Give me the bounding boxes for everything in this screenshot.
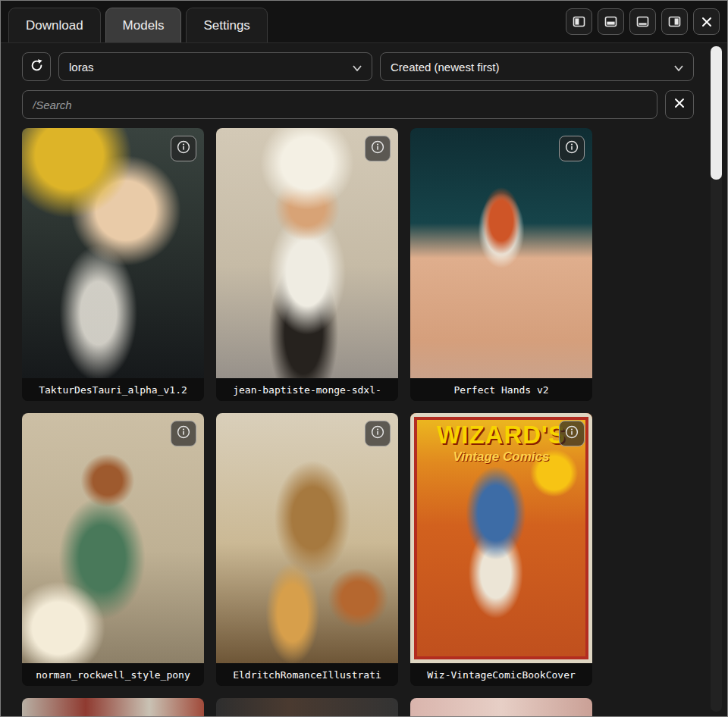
model-card[interactable]: Perfect Hands v2	[410, 128, 592, 401]
clear-icon	[673, 97, 686, 112]
scrollbar-thumb[interactable]	[711, 46, 722, 180]
dock-bottom-bar-button[interactable]	[629, 8, 656, 35]
info-icon	[177, 140, 190, 157]
sort-value: Created (newest first)	[391, 61, 499, 74]
clear-search-button[interactable]	[665, 90, 694, 119]
tab-strip: Download Models Settings	[8, 1, 268, 42]
model-thumbnail	[216, 128, 398, 378]
model-thumbnail	[410, 698, 592, 716]
model-card[interactable]: EldritchRomanceIllustrati	[216, 413, 398, 686]
model-thumbnail	[22, 698, 204, 716]
info-icon	[371, 425, 384, 442]
dock-bottom-icon	[604, 15, 617, 28]
window-controls	[566, 8, 720, 35]
tab-settings[interactable]: Settings	[186, 8, 267, 42]
dock-bottom-button[interactable]	[598, 8, 624, 35]
model-card-grid: TakturDesTauri_alpha_v1.2 jean-baptiste-…	[22, 128, 694, 716]
model-thumbnail: WIZARD'S Vintage Comics	[410, 413, 592, 663]
chevron-down-icon	[674, 61, 683, 74]
model-info-button[interactable]	[559, 421, 585, 446]
tab-download[interactable]: Download	[8, 8, 101, 42]
toolbar-row: loras Created (newest first)	[22, 52, 694, 81]
info-icon	[565, 425, 579, 442]
comic-cover-subtitle: Vintage Comics	[410, 449, 592, 465]
dock-bottom-bar-icon	[636, 15, 649, 28]
dock-left-button[interactable]	[566, 8, 592, 35]
dock-right-button[interactable]	[661, 8, 688, 35]
sort-select[interactable]: Created (newest first)	[380, 52, 694, 81]
model-thumbnail	[22, 413, 204, 663]
close-icon	[701, 16, 713, 28]
model-name: Perfect Hands v2	[410, 378, 592, 401]
search-row	[22, 90, 694, 119]
model-thumbnail	[216, 698, 398, 716]
model-card[interactable]: norman_rockwell_style_pony	[22, 413, 204, 686]
tab-settings-label: Settings	[203, 18, 249, 33]
tab-download-label: Download	[26, 18, 83, 33]
model-name: TakturDesTauri_alpha_v1.2	[22, 378, 204, 401]
model-card[interactable]: jean-baptiste-monge-sdxl-	[216, 128, 398, 401]
models-panel: loras Created (newest first)	[1, 43, 727, 716]
model-name: EldritchRomanceIllustrati	[216, 663, 398, 686]
info-icon	[565, 140, 579, 157]
model-card-partial[interactable]	[410, 698, 592, 716]
model-thumbnail	[216, 413, 398, 663]
model-thumbnail	[410, 128, 592, 378]
model-info-button[interactable]	[171, 421, 196, 446]
model-type-value: loras	[69, 61, 94, 74]
search-input[interactable]	[22, 90, 657, 119]
info-icon	[177, 425, 190, 442]
model-info-button[interactable]	[171, 136, 196, 161]
close-button[interactable]	[693, 8, 720, 35]
model-type-select[interactable]: loras	[58, 52, 372, 81]
model-info-button[interactable]	[365, 136, 391, 161]
model-name: Wiz-VintageComicBookCover	[410, 663, 592, 686]
chevron-down-icon	[353, 61, 362, 74]
model-name: norman_rockwell_style_pony	[22, 663, 204, 686]
refresh-button[interactable]	[22, 52, 51, 81]
tab-models-label: Models	[123, 18, 165, 33]
dock-right-icon	[668, 15, 681, 28]
model-info-button[interactable]	[559, 136, 585, 161]
model-browser-window: Download Models Settings	[0, 0, 728, 717]
refresh-icon	[30, 58, 44, 76]
info-icon	[371, 140, 384, 157]
model-card-partial[interactable]	[22, 698, 204, 716]
model-info-button[interactable]	[365, 421, 391, 446]
model-card-partial[interactable]	[216, 698, 398, 716]
model-card[interactable]: TakturDesTauri_alpha_v1.2	[22, 128, 204, 401]
model-card[interactable]: WIZARD'S Vintage Comics Wiz-VintageComic…	[410, 413, 592, 686]
scrollbar-track[interactable]	[711, 46, 722, 712]
model-thumbnail	[22, 128, 204, 378]
dock-left-icon	[573, 15, 585, 28]
top-bar: Download Models Settings	[1, 1, 727, 43]
model-name: jean-baptiste-monge-sdxl-	[216, 378, 398, 401]
tab-models[interactable]: Models	[105, 8, 182, 42]
